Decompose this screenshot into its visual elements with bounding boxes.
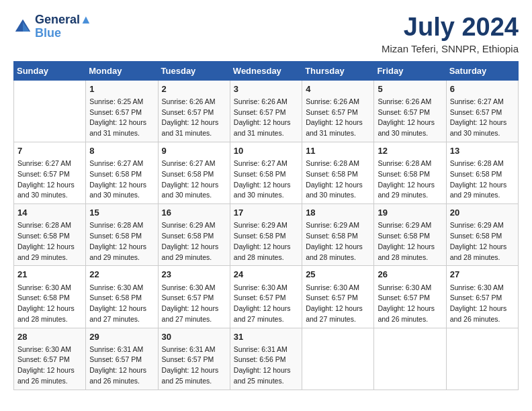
day-info: Sunrise: 6:31 AM Sunset: 6:57 PM Dayligh… — [89, 345, 154, 387]
calendar-cell: 11Sunrise: 6:28 AM Sunset: 6:58 PM Dayli… — [302, 142, 374, 203]
calendar-cell — [302, 328, 374, 390]
calendar-cell: 23Sunrise: 6:30 AM Sunset: 6:57 PM Dayli… — [158, 266, 230, 328]
day-number: 9 — [162, 145, 226, 157]
day-number: 11 — [306, 145, 370, 157]
logo: General▲ Blue — [13, 13, 92, 40]
weekday-header: Tuesday — [158, 61, 230, 80]
day-number: 14 — [17, 207, 82, 219]
day-info: Sunrise: 6:27 AM Sunset: 6:57 PM Dayligh… — [17, 158, 82, 201]
day-number: 7 — [17, 145, 82, 157]
day-number: 24 — [234, 269, 298, 281]
calendar-cell: 18Sunrise: 6:29 AM Sunset: 6:58 PM Dayli… — [302, 204, 374, 266]
calendar-cell: 26Sunrise: 6:30 AM Sunset: 6:57 PM Dayli… — [374, 266, 446, 328]
calendar-cell: 10Sunrise: 6:27 AM Sunset: 6:58 PM Dayli… — [230, 142, 302, 203]
day-info: Sunrise: 6:26 AM Sunset: 6:57 PM Dayligh… — [162, 97, 226, 139]
day-info: Sunrise: 6:28 AM Sunset: 6:58 PM Dayligh… — [89, 220, 154, 263]
calendar-cell — [446, 328, 518, 390]
day-number: 3 — [234, 83, 298, 95]
title-block: July 2024 Mizan Teferi, SNNPR, Ethiopia — [382, 13, 519, 54]
day-number: 4 — [306, 83, 370, 95]
calendar-cell: 24Sunrise: 6:30 AM Sunset: 6:57 PM Dayli… — [230, 266, 302, 328]
calendar-cell: 5Sunrise: 6:26 AM Sunset: 6:57 PM Daylig… — [374, 80, 446, 142]
logo-text: General▲ Blue — [35, 13, 92, 40]
calendar-cell: 8Sunrise: 6:27 AM Sunset: 6:58 PM Daylig… — [86, 142, 158, 203]
calendar-cell: 13Sunrise: 6:28 AM Sunset: 6:58 PM Dayli… — [446, 142, 518, 203]
calendar-cell: 15Sunrise: 6:28 AM Sunset: 6:58 PM Dayli… — [86, 204, 158, 266]
calendar-cell: 6Sunrise: 6:27 AM Sunset: 6:57 PM Daylig… — [446, 80, 518, 142]
calendar-cell — [374, 328, 446, 390]
weekday-header: Monday — [86, 61, 158, 80]
calendar-cell: 3Sunrise: 6:26 AM Sunset: 6:57 PM Daylig… — [230, 80, 302, 142]
day-number: 2 — [162, 83, 226, 95]
day-info: Sunrise: 6:30 AM Sunset: 6:57 PM Dayligh… — [17, 345, 82, 387]
calendar-cell: 25Sunrise: 6:30 AM Sunset: 6:57 PM Dayli… — [302, 266, 374, 328]
day-info: Sunrise: 6:30 AM Sunset: 6:57 PM Dayligh… — [162, 283, 226, 325]
calendar-cell: 27Sunrise: 6:30 AM Sunset: 6:57 PM Dayli… — [446, 266, 518, 328]
calendar-week-row: 14Sunrise: 6:28 AM Sunset: 6:58 PM Dayli… — [14, 204, 519, 266]
day-info: Sunrise: 6:29 AM Sunset: 6:58 PM Dayligh… — [378, 220, 442, 263]
weekday-header: Friday — [374, 61, 446, 80]
day-info: Sunrise: 6:30 AM Sunset: 6:58 PM Dayligh… — [17, 283, 82, 325]
calendar-cell: 17Sunrise: 6:29 AM Sunset: 6:58 PM Dayli… — [230, 204, 302, 266]
calendar-week-row: 21Sunrise: 6:30 AM Sunset: 6:58 PM Dayli… — [14, 266, 519, 328]
calendar-cell: 1Sunrise: 6:25 AM Sunset: 6:57 PM Daylig… — [86, 80, 158, 142]
calendar-cell — [14, 80, 86, 142]
day-info: Sunrise: 6:27 AM Sunset: 6:58 PM Dayligh… — [89, 158, 154, 201]
calendar-cell: 30Sunrise: 6:31 AM Sunset: 6:57 PM Dayli… — [158, 328, 230, 390]
day-number: 26 — [378, 269, 442, 281]
day-number: 21 — [17, 269, 82, 281]
day-number: 5 — [378, 83, 442, 95]
calendar-table: SundayMondayTuesdayWednesdayThursdayFrid… — [13, 61, 519, 390]
day-info: Sunrise: 6:31 AM Sunset: 6:56 PM Dayligh… — [234, 345, 298, 387]
logo-icon — [13, 17, 32, 36]
calendar-cell: 28Sunrise: 6:30 AM Sunset: 6:57 PM Dayli… — [14, 328, 86, 390]
day-number: 27 — [450, 269, 515, 281]
day-number: 17 — [234, 207, 298, 219]
day-number: 23 — [162, 269, 226, 281]
day-number: 19 — [378, 207, 442, 219]
calendar-cell: 31Sunrise: 6:31 AM Sunset: 6:56 PM Dayli… — [230, 328, 302, 390]
day-number: 15 — [89, 207, 154, 219]
calendar-cell: 14Sunrise: 6:28 AM Sunset: 6:58 PM Dayli… — [14, 204, 86, 266]
day-info: Sunrise: 6:29 AM Sunset: 6:58 PM Dayligh… — [450, 220, 515, 263]
day-number: 1 — [89, 83, 154, 95]
day-number: 30 — [162, 331, 226, 343]
day-number: 12 — [378, 145, 442, 157]
day-number: 16 — [162, 207, 226, 219]
day-number: 29 — [89, 331, 154, 343]
day-info: Sunrise: 6:26 AM Sunset: 6:57 PM Dayligh… — [234, 97, 298, 139]
calendar-cell: 16Sunrise: 6:29 AM Sunset: 6:58 PM Dayli… — [158, 204, 230, 266]
weekday-header: Sunday — [14, 61, 86, 80]
day-info: Sunrise: 6:29 AM Sunset: 6:58 PM Dayligh… — [162, 220, 226, 263]
day-info: Sunrise: 6:28 AM Sunset: 6:58 PM Dayligh… — [450, 158, 515, 201]
calendar-cell: 22Sunrise: 6:30 AM Sunset: 6:58 PM Dayli… — [86, 266, 158, 328]
calendar-header: SundayMondayTuesdayWednesdayThursdayFrid… — [14, 61, 519, 80]
day-info: Sunrise: 6:26 AM Sunset: 6:57 PM Dayligh… — [306, 97, 370, 139]
day-number: 13 — [450, 145, 515, 157]
day-number: 18 — [306, 207, 370, 219]
day-info: Sunrise: 6:28 AM Sunset: 6:58 PM Dayligh… — [17, 220, 82, 263]
calendar-cell: 7Sunrise: 6:27 AM Sunset: 6:57 PM Daylig… — [14, 142, 86, 203]
day-info: Sunrise: 6:29 AM Sunset: 6:58 PM Dayligh… — [306, 220, 370, 263]
calendar-week-row: 1Sunrise: 6:25 AM Sunset: 6:57 PM Daylig… — [14, 80, 519, 142]
day-info: Sunrise: 6:30 AM Sunset: 6:58 PM Dayligh… — [89, 283, 154, 325]
calendar-cell: 19Sunrise: 6:29 AM Sunset: 6:58 PM Dayli… — [374, 204, 446, 266]
weekday-header: Wednesday — [230, 61, 302, 80]
weekday-header: Thursday — [302, 61, 374, 80]
day-info: Sunrise: 6:27 AM Sunset: 6:58 PM Dayligh… — [162, 158, 226, 201]
day-info: Sunrise: 6:27 AM Sunset: 6:57 PM Dayligh… — [450, 97, 515, 139]
calendar-cell: 9Sunrise: 6:27 AM Sunset: 6:58 PM Daylig… — [158, 142, 230, 203]
day-number: 20 — [450, 207, 515, 219]
day-info: Sunrise: 6:29 AM Sunset: 6:58 PM Dayligh… — [234, 220, 298, 263]
day-number: 25 — [306, 269, 370, 281]
day-info: Sunrise: 6:30 AM Sunset: 6:57 PM Dayligh… — [306, 283, 370, 325]
day-info: Sunrise: 6:28 AM Sunset: 6:58 PM Dayligh… — [306, 158, 370, 201]
day-info: Sunrise: 6:30 AM Sunset: 6:57 PM Dayligh… — [450, 283, 515, 325]
day-number: 6 — [450, 83, 515, 95]
day-info: Sunrise: 6:27 AM Sunset: 6:58 PM Dayligh… — [234, 158, 298, 201]
day-number: 31 — [234, 331, 298, 343]
day-number: 22 — [89, 269, 154, 281]
day-info: Sunrise: 6:25 AM Sunset: 6:57 PM Dayligh… — [89, 97, 154, 139]
day-info: Sunrise: 6:26 AM Sunset: 6:57 PM Dayligh… — [378, 97, 442, 139]
calendar-cell: 12Sunrise: 6:28 AM Sunset: 6:58 PM Dayli… — [374, 142, 446, 203]
